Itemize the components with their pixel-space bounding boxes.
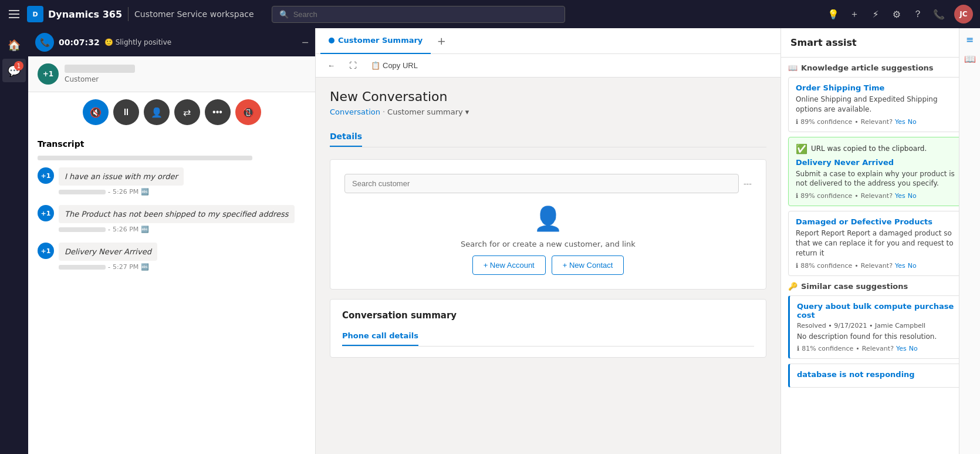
ka-yes-3[interactable]: Yes [895,262,905,270]
breadcrumb-chevron-icon[interactable]: ▾ [465,107,469,116]
minimize-button[interactable]: ─ [302,37,308,48]
call-header-title: 📞 00:07:32 🙂 Slightly positive [35,33,171,52]
ka-no-2[interactable]: No [908,192,917,200]
ka-title-1[interactable]: Order Shipping Time [796,83,965,92]
new-account-button[interactable]: + New Account [472,255,546,275]
conversation-summary-tabs: Phone call details [342,327,754,347]
customer-summary-tab[interactable]: Customer Summary [320,28,431,54]
end-call-button[interactable]: 📵 [235,99,261,125]
rs-list-icon[interactable]: ≡ [966,34,974,45]
search-customer-input[interactable] [344,174,739,193]
left-panel: 📞 00:07:32 🙂 Slightly positive ─ +1 Cust… [28,28,316,454]
ka-no-3[interactable]: No [908,262,917,270]
breadcrumb-summary: Customer summary [387,107,463,116]
search-container: 🔍 [272,6,565,23]
msg-text-2: The Product has not been shipped to my s… [59,205,295,223]
transcript-message-1: +1 I have an issue with my order - 5:26 … [38,167,306,196]
ka-desc-1: Online Shipping and Expedited Shipping o… [796,95,965,115]
conversation-summary-card: Conversation summary Phone call details [330,299,766,358]
action-buttons: + New Account + New Contact [472,255,624,275]
help-icon[interactable]: ？ [912,8,924,20]
pop-out-button[interactable]: ⛶ [344,59,361,72]
settings-icon[interactable]: ⚙️ [891,8,903,20]
case-title-1[interactable]: Query about bulk compute purchase cost [797,302,965,320]
grid-menu-icon[interactable] [7,7,21,21]
add-icon[interactable]: ＋ [849,8,860,20]
center-panel: Customer Summary + ← ⛶ 📋 Copy URL New Co… [316,28,780,454]
translate-icon-3[interactable]: 🔤 [141,263,149,271]
msg-avatar-1: +1 [38,167,54,184]
transfer-button[interactable]: 👤 [144,99,170,125]
ka-title-3[interactable]: Damaged or Defective Products [796,217,965,226]
sidebar-chat-icon[interactable]: 💬 1 [2,59,26,82]
msg-meta-1: - 5:26 PM 🔤 [59,188,184,196]
phone-call-details-tab[interactable]: Phone call details [342,327,418,346]
tab-dot [329,38,334,43]
more-button[interactable]: ••• [205,99,231,125]
details-tabs: Details [330,127,766,147]
ka-card-3: 📄 Damaged or Defective Products Report R… [788,211,973,275]
ka-relevant-3: Relevant? [861,262,893,270]
add-tab-button[interactable]: + [433,33,450,49]
right-sidebar-icons: ≡ 📖 [959,28,980,454]
ka-meta-3: ℹ️ 88% confidence • Relevant? Yes No [796,262,965,270]
phone-icon[interactable]: 📞 [933,8,945,20]
swap-button[interactable]: ⇄ [174,99,200,125]
conversation-title: New Conversation [330,89,766,104]
user-avatar[interactable]: JC [954,5,973,23]
sentiment-badge: 🙂 Slightly positive [104,38,172,46]
new-contact-button[interactable]: + New Contact [552,255,624,275]
customer-name-placeholder: Customer [65,65,135,83]
copy-url-button[interactable]: 📋 Copy URL [366,59,423,72]
msg-meta-placeholder-1 [59,190,106,194]
search-input[interactable] [293,10,557,19]
filter-icon[interactable]: ⚡ [870,8,881,20]
msg-meta-2: - 5:26 PM 🔤 [59,226,295,233]
top-navigation: D Dynamics 365 Customer Service workspac… [0,0,980,28]
similar-cases-section-title: 🔑 Similar case suggestions [788,282,973,291]
knowledge-articles-section-title: 📖 Knowledge article suggestions [788,63,973,72]
msg-avatar-3: +1 [38,243,54,259]
translate-icon-2[interactable]: 🔤 [141,226,149,233]
msg-content-3: Delivery Never Arrived - 5:27 PM 🔤 [59,243,157,271]
ka-title-2[interactable]: Delivery Never Arrived [796,158,965,167]
tabs-bar: Customer Summary + [316,28,780,54]
search-box[interactable]: 🔍 [272,6,565,23]
ka-card-1: 📄 Order Shipping Time Online Shipping an… [788,77,973,132]
details-tab[interactable]: Details [330,127,362,147]
customer-placeholder-icon: 👤 [533,205,563,233]
conversation-summary-title: Conversation summary [342,310,754,321]
msg-text-1: I have an issue with my order [59,167,184,186]
case-no-1[interactable]: No [909,345,918,352]
ka-confidence-2: 89% confidence [800,192,852,200]
translate-icon-1[interactable]: 🔤 [141,188,149,196]
hold-button[interactable]: ⏸ [113,99,139,125]
copy-url-icon: 📋 [371,61,380,70]
case-no-desc-1: No description found for this resolution… [797,332,965,342]
mute-button[interactable]: 🔇 [83,99,109,125]
sidebar-home-icon[interactable]: 🏠 [2,33,26,56]
ka-yes-1[interactable]: Yes [895,118,905,126]
breadcrumb-conversation[interactable]: Conversation [330,107,380,116]
chat-badge: 1 [14,61,23,70]
ka-meta-1: ℹ️ 89% confidence • Relevant? Yes No [796,118,965,126]
ka-yes-2[interactable]: Yes [895,192,905,200]
ka-confidence-1: 89% confidence [800,118,852,126]
lightbulb-icon[interactable]: 💡 [827,8,839,20]
smart-assist-body: 📖 Knowledge article suggestions 📄 Order … [781,58,980,454]
transcript-section: Transcript +1 I have an issue with my or… [28,132,315,454]
customer-info: +1 Customer [28,56,315,92]
back-button[interactable]: ← [323,59,340,72]
search-customer-row: --- [344,174,752,193]
transcript-title: Transcript [38,139,306,149]
msg-content-1: I have an issue with my order - 5:26 PM … [59,167,184,196]
case-card-meta-1: ℹ️ 81% confidence • Relevant? Yes No [797,345,965,352]
case-yes-1[interactable]: Yes [896,345,907,352]
msg-content-2: The Product has not been shipped to my s… [59,205,295,233]
ka-no-1[interactable]: No [908,118,917,126]
center-toolbar: ← ⛶ 📋 Copy URL [316,54,780,78]
transcript-message-3: +1 Delivery Never Arrived - 5:27 PM 🔤 [38,243,306,271]
case-title-2[interactable]: database is not responding [797,370,965,379]
msg-meta-3: - 5:27 PM 🔤 [59,263,157,271]
rs-book-icon[interactable]: 📖 [964,53,976,65]
